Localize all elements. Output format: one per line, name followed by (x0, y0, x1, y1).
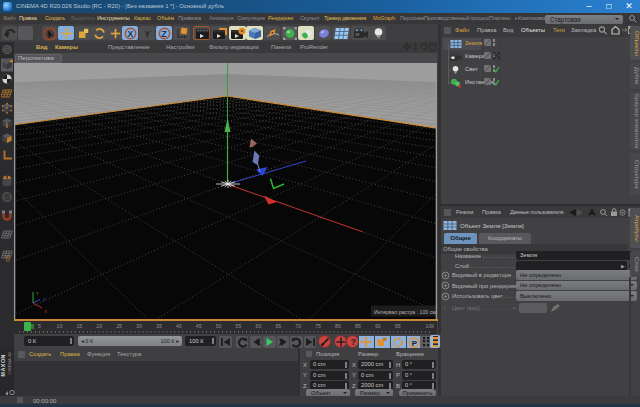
svg-text:X: X (128, 29, 134, 39)
svg-text:X: X (44, 309, 47, 314)
svg-text:Y: Y (36, 291, 39, 296)
svg-text:Интервал растра : 100 см: Интервал растра : 100 см (374, 309, 436, 315)
svg-text:S: S (4, 192, 10, 202)
svg-text:?: ? (350, 337, 356, 347)
svg-text:Y: Y (145, 29, 151, 39)
svg-text:P: P (412, 338, 418, 347)
svg-text:(): () (6, 254, 10, 262)
svg-text:Z: Z (162, 29, 167, 39)
svg-text:Z: Z (43, 297, 46, 302)
